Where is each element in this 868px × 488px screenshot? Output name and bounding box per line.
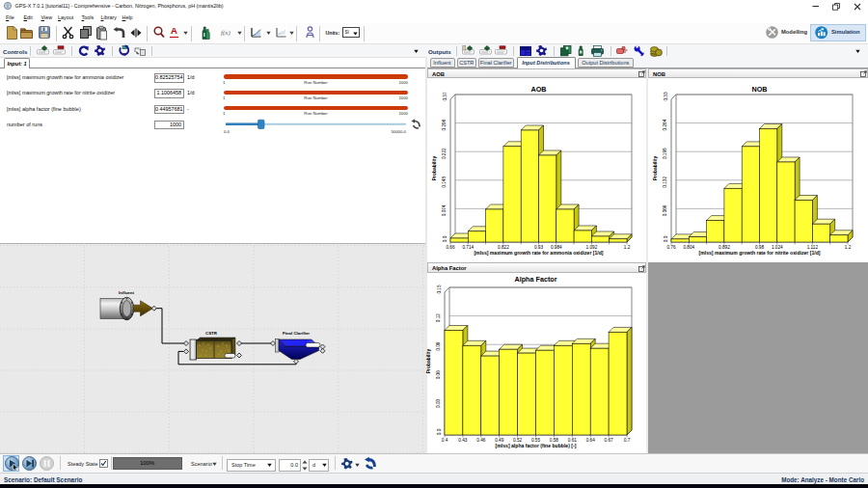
svg-text:0.67: 0.67 xyxy=(605,438,614,443)
svg-text:0.0: 0.0 xyxy=(437,428,442,435)
svg-text:0.76: 0.76 xyxy=(666,245,676,250)
svg-text:0.43: 0.43 xyxy=(458,438,468,443)
svg-text:CSTR: CSTR xyxy=(205,331,218,336)
svg-text:0.15: 0.15 xyxy=(437,285,442,294)
svg-text:[mlss] maximum growth rate for: [mlss] maximum growth rate for ammonia o… xyxy=(474,250,603,256)
svg-text:[mlss] alpha factor (fine bubb: [mlss] alpha factor (fine bubble) [-] xyxy=(496,443,577,448)
svg-text:Influent: Influent xyxy=(119,290,134,295)
svg-text:NOB: NOB xyxy=(752,85,768,94)
svg-text:0.06: 0.06 xyxy=(437,370,442,380)
svg-text:0.33: 0.33 xyxy=(664,92,668,101)
svg-text:0.066: 0.066 xyxy=(664,204,668,216)
svg-text:Alpha Factor: Alpha Factor xyxy=(515,275,557,284)
svg-text:0.37: 0.37 xyxy=(443,92,448,101)
svg-text:1.2: 1.2 xyxy=(624,245,631,250)
svg-text:0.714: 0.714 xyxy=(462,245,474,250)
svg-text:0.0: 0.0 xyxy=(443,235,448,242)
svg-text:[mlss] maximum growth rate for: [mlss] maximum growth rate for nitrite o… xyxy=(699,250,821,256)
svg-text:50000.0: 50000.0 xyxy=(391,129,406,134)
svg-text:0.09: 0.09 xyxy=(437,341,442,351)
svg-text:Probability: Probability xyxy=(426,349,431,374)
svg-text:1.2: 1.2 xyxy=(845,245,852,250)
svg-text:0.074: 0.074 xyxy=(443,204,448,216)
svg-text:0.64: 0.64 xyxy=(586,438,596,443)
svg-text:Probability: Probability xyxy=(653,156,658,181)
svg-text:0.12: 0.12 xyxy=(437,313,442,323)
svg-text:↗: ↗ xyxy=(138,45,141,50)
svg-text:0.198: 0.198 xyxy=(664,148,668,159)
svg-text:0.03: 0.03 xyxy=(437,398,442,408)
svg-text:0.296: 0.296 xyxy=(443,119,448,130)
svg-text:0.7: 0.7 xyxy=(624,438,631,443)
svg-text:0.0: 0.0 xyxy=(224,129,231,134)
svg-text:0.46: 0.46 xyxy=(476,438,486,443)
svg-text:0.132: 0.132 xyxy=(664,176,668,188)
svg-text:0.222: 0.222 xyxy=(443,148,448,159)
svg-text:0.264: 0.264 xyxy=(664,119,668,130)
svg-text:0.804: 0.804 xyxy=(683,245,694,250)
svg-text:0.4: 0.4 xyxy=(442,438,448,443)
svg-text:0.66: 0.66 xyxy=(446,245,455,250)
svg-text:Probability: Probability xyxy=(432,156,437,181)
svg-text:AOB: AOB xyxy=(531,85,547,94)
svg-text:0.0: 0.0 xyxy=(664,235,668,242)
svg-text:0.148: 0.148 xyxy=(443,176,448,188)
svg-text:Final Clarifier: Final Clarifier xyxy=(283,331,310,336)
